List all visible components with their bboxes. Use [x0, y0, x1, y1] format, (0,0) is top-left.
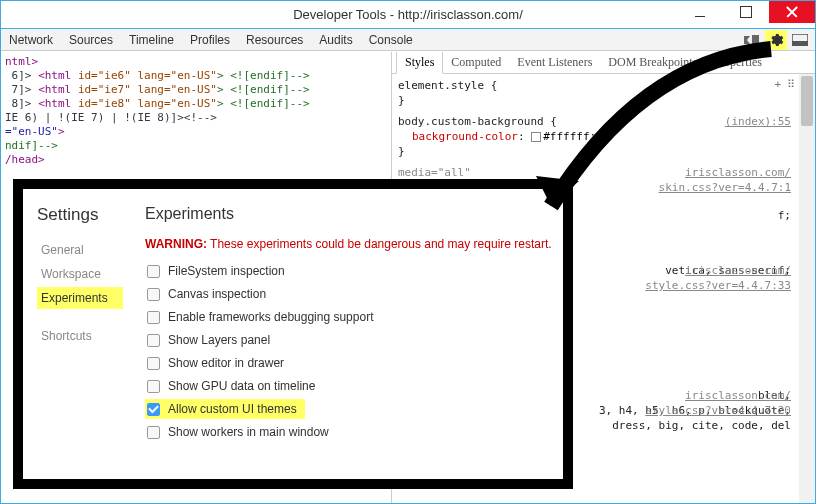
dock-icon[interactable] [789, 30, 811, 50]
experiment-row[interactable]: Allow custom UI themes [145, 399, 305, 419]
experiment-label: Show GPU data on timeline [168, 379, 315, 393]
close-button[interactable] [769, 1, 815, 23]
drawer-toggle-icon[interactable] [741, 30, 763, 50]
checkbox[interactable] [147, 380, 160, 393]
settings-nav-shortcuts[interactable]: Shortcuts [37, 325, 123, 347]
devtools-tabs: NetworkSourcesTimelineProfilesResourcesA… [1, 30, 421, 50]
devtools-tab-sources[interactable]: Sources [61, 30, 121, 50]
devtools-tab-resources[interactable]: Resources [238, 30, 311, 50]
devtools-tab-profiles[interactable]: Profiles [182, 30, 238, 50]
experiment-row[interactable]: Enable frameworks debugging support [145, 307, 553, 327]
devtools-toolbar: NetworkSourcesTimelineProfilesResourcesA… [1, 29, 815, 51]
toolbar-right-icons [741, 30, 815, 50]
scrollbar[interactable] [799, 74, 815, 503]
settings-sidebar: Settings GeneralWorkspaceExperimentsShor… [23, 189, 133, 479]
experiment-label: Enable frameworks debugging support [168, 310, 373, 324]
devtools-tab-audits[interactable]: Audits [311, 30, 360, 50]
devtools-tab-console[interactable]: Console [361, 30, 421, 50]
window-titlebar: Developer Tools - http://irisclasson.com… [1, 1, 815, 29]
experiment-label: FileSystem inspection [168, 264, 285, 278]
experiment-row[interactable]: Show Layers panel [145, 330, 553, 350]
styles-tab-styles[interactable]: Styles [396, 52, 443, 74]
html-line: ntml> [5, 55, 38, 68]
settings-title: Settings [37, 205, 123, 225]
checkbox[interactable] [147, 334, 160, 347]
styles-tab-dom-breakpoints[interactable]: DOM Breakpoints [600, 52, 705, 73]
experiment-label: Show Layers panel [168, 333, 270, 347]
svg-rect-1 [792, 41, 808, 46]
css-selector: element.style { [398, 78, 809, 93]
css-source-link[interactable]: irisclasson.com/ skin.css?ver=4.4.7:1 [659, 165, 791, 195]
settings-overlay: Settings GeneralWorkspaceExperimentsShor… [13, 179, 573, 489]
experiment-row[interactable]: FileSystem inspection [145, 261, 553, 281]
experiment-row[interactable]: Canvas inspection [145, 284, 553, 304]
settings-nav-general[interactable]: General [37, 239, 123, 261]
devtools-tab-timeline[interactable]: Timeline [121, 30, 182, 50]
css-source-link[interactable]: (index):55 [725, 114, 791, 129]
styles-tab-computed[interactable]: Computed [443, 52, 509, 73]
experiment-row[interactable]: Show editor in drawer [145, 353, 553, 373]
checkbox[interactable] [147, 403, 160, 416]
checkbox[interactable] [147, 357, 160, 370]
css-source-link[interactable]: irisclasson.com/ style.css?ver=4.4.7:33 [645, 263, 791, 293]
checkbox[interactable] [147, 426, 160, 439]
settings-nav-experiments[interactable]: Experiments [37, 287, 123, 309]
settings-heading: Experiments [145, 205, 553, 223]
experiment-label: Show workers in main window [168, 425, 329, 439]
scrollbar-thumb[interactable] [801, 76, 813, 126]
devtools-tab-network[interactable]: Network [1, 30, 61, 50]
styles-tab-properties[interactable]: Properties [705, 52, 770, 73]
settings-nav-workspace[interactable]: Workspace [37, 263, 123, 285]
experiment-label: Show editor in drawer [168, 356, 284, 370]
styles-tab-event-listeners[interactable]: Event Listeners [509, 52, 600, 73]
gear-icon[interactable] [765, 30, 787, 50]
styles-tabs: StylesComputedEvent ListenersDOM Breakpo… [392, 52, 815, 74]
css-source-link[interactable]: irisclasson.com/ style.css?ver=4.4.7:20 [645, 388, 791, 418]
checkbox[interactable] [147, 265, 160, 278]
maximize-button[interactable] [723, 1, 769, 23]
checkbox[interactable] [147, 288, 160, 301]
experiment-row[interactable]: Show workers in main window [145, 422, 553, 442]
settings-content: Experiments WARNING: These experiments c… [133, 189, 563, 479]
color-swatch-icon[interactable] [531, 132, 541, 142]
experiment-row[interactable]: Show GPU data on timeline [145, 376, 553, 396]
experiments-warning: WARNING: These experiments could be dang… [145, 237, 553, 251]
minimize-button[interactable] [677, 1, 723, 23]
experiment-label: Allow custom UI themes [168, 402, 297, 416]
window-controls [677, 1, 815, 23]
checkbox[interactable] [147, 311, 160, 324]
experiment-label: Canvas inspection [168, 287, 266, 301]
html-line: IE 6) | !(IE 7) | !(IE 8)]><!--> [5, 111, 387, 125]
